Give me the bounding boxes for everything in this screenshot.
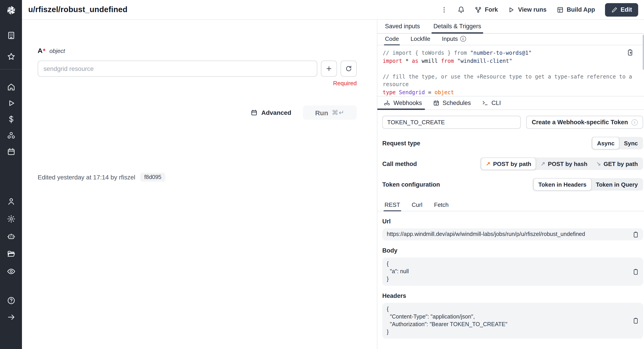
expand-arrow-icon[interactable] [3, 310, 18, 324]
url-label: Url [382, 218, 643, 225]
webhook-panel: Create a Webhook-specific Token i Reques… [377, 110, 644, 191]
create-webhook-token-label: Create a Webhook-specific Token [532, 119, 628, 126]
panel-scrollbar[interactable] [643, 35, 644, 70]
tab-saved-inputs[interactable]: Saved inputs [385, 23, 420, 33]
favorites-star-icon[interactable] [3, 50, 18, 63]
details-panel: Saved inputs Details & Triggers Code Loc… [377, 20, 644, 349]
option-async[interactable]: Async [592, 137, 619, 149]
url-box: https://app.windmill.dev/api/w/windmill-… [382, 228, 643, 240]
tab-schedules[interactable]: Schedules [433, 100, 471, 110]
advanced-button[interactable]: Advanced [250, 109, 291, 116]
settings-gear-icon[interactable] [3, 212, 18, 226]
more-menu-button[interactable] [440, 6, 448, 13]
option-token-in-query[interactable]: Token in Query [591, 179, 642, 190]
calendar-icon [250, 109, 258, 116]
notifications-button[interactable] [458, 6, 465, 13]
snippet-tabbar: REST Curl Fetch [377, 198, 644, 211]
build-app-label: Build App [567, 6, 595, 13]
tab-code[interactable]: Code [385, 36, 399, 45]
add-property-button[interactable] [321, 61, 337, 77]
option-token-in-headers[interactable]: Token in Headers [533, 178, 591, 191]
option-sync[interactable]: Sync [619, 138, 642, 149]
option-post-by-path[interactable]: ↗ POST by path [481, 157, 536, 170]
token-configuration-toggle: Token in Headers Token in Query [532, 178, 643, 191]
user-icon[interactable] [3, 195, 18, 208]
fork-label: Fork [485, 6, 498, 13]
tab-webhooks[interactable]: Webhooks [384, 100, 422, 110]
page-title: u/rfiszel/robust_undefined [28, 5, 128, 14]
tab-cli[interactable]: CLI [482, 100, 501, 110]
reset-button[interactable] [340, 61, 357, 77]
copy-headers-icon[interactable] [632, 317, 639, 324]
terminal-icon [482, 100, 488, 106]
code-viewer[interactable]: // import { toWords } from "number-to-wo… [377, 45, 644, 96]
build-app-button[interactable]: Build App [556, 6, 595, 13]
call-method-toggle: ↗ POST by path ↗ POST by hash ↘ GET by p… [480, 157, 643, 170]
pencil-icon [611, 7, 618, 13]
audit-eye-icon[interactable] [3, 265, 18, 278]
code-tabbar: Code Lockfile Inputs i [377, 34, 644, 45]
token-input[interactable] [382, 116, 521, 129]
run-form-area: A* object Required [22, 20, 377, 349]
copy-body-icon[interactable] [632, 268, 639, 275]
info-icon: i [460, 36, 466, 42]
variables-dollar-icon[interactable] [3, 113, 18, 126]
sidebar [0, 0, 22, 349]
get-by-path-label: GET by path [604, 160, 638, 167]
edit-button[interactable]: Edit [605, 3, 638, 16]
folders-icon[interactable] [3, 247, 18, 261]
run-shortcut: ⌘↵ [332, 109, 345, 116]
tab-schedules-label: Schedules [442, 100, 471, 106]
field-name: A [38, 47, 42, 54]
windmill-app: u/rfiszel/robust_undefined Fork View run… [0, 0, 644, 349]
body-box: { "a": null } [382, 257, 643, 286]
refresh-icon [345, 65, 352, 72]
tab-fetch[interactable]: Fetch [434, 201, 448, 211]
headers-box: { "Content-Type": "application/json", "A… [382, 303, 643, 339]
view-runs-button[interactable]: View runs [508, 6, 546, 13]
play-outline-icon [508, 6, 515, 13]
triggers-tabbar: Webhooks Schedules CLI [377, 96, 644, 110]
version-hash-badge[interactable]: f8d095 [140, 173, 165, 182]
home-icon[interactable] [3, 80, 18, 94]
tab-lockfile[interactable]: Lockfile [410, 36, 430, 45]
tab-webhooks-label: Webhooks [394, 100, 422, 106]
windmill-logo-icon[interactable] [5, 4, 17, 16]
required-hint: Required [38, 80, 357, 87]
topbar: u/rfiszel/robust_undefined Fork View run… [22, 0, 644, 20]
field-type: object [50, 48, 65, 54]
tab-curl[interactable]: Curl [412, 201, 422, 211]
run-button[interactable]: Run ⌘↵ [303, 105, 357, 120]
workspace-icon[interactable] [3, 29, 18, 42]
webhook-icon [384, 100, 390, 106]
required-asterisk: * [43, 47, 46, 54]
help-icon[interactable] [3, 294, 18, 307]
create-webhook-token-button[interactable]: Create a Webhook-specific Token i [526, 116, 643, 129]
run-label: Run [315, 109, 328, 116]
runs-play-icon[interactable] [3, 97, 18, 110]
copy-url-icon[interactable] [632, 231, 639, 238]
tab-rest[interactable]: REST [384, 201, 400, 211]
object-input[interactable] [38, 61, 317, 77]
advanced-label: Advanced [261, 109, 291, 116]
bell-icon [458, 6, 465, 13]
workers-robot-icon[interactable] [3, 230, 18, 243]
schedules-calendar-icon[interactable] [3, 145, 18, 158]
fork-button[interactable]: Fork [474, 6, 498, 13]
info-icon: i [632, 119, 638, 125]
option-post-by-hash[interactable]: ↗ POST by hash [536, 158, 592, 169]
tab-inputs[interactable]: Inputs i [442, 36, 466, 45]
call-method-label: Call method [382, 160, 417, 167]
body-value: { "a": null } [387, 260, 409, 283]
sidebar-divider [0, 69, 22, 70]
token-configuration-label: Token configuration [382, 181, 440, 188]
tab-details-triggers[interactable]: Details & Triggers [433, 23, 481, 33]
arrow-up-right-icon: ↗ [486, 161, 490, 167]
kebab-menu-icon [440, 6, 448, 13]
app-grid-icon [556, 6, 564, 13]
tab-cli-label: CLI [492, 100, 501, 106]
option-get-by-path[interactable]: ↘ GET by path [592, 158, 642, 169]
resources-cubes-icon[interactable] [3, 129, 18, 142]
panel-tabbar: Saved inputs Details & Triggers [377, 20, 644, 34]
copy-code-icon[interactable] [627, 49, 634, 56]
